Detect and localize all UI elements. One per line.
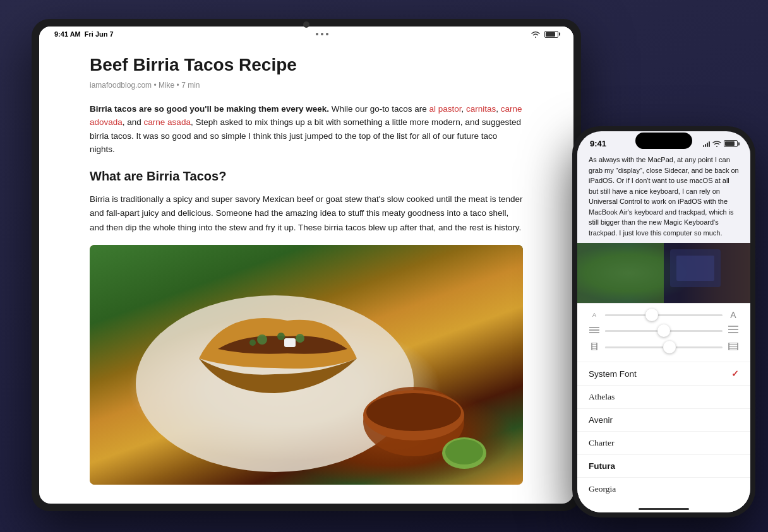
dot-3 <box>326 33 328 35</box>
phone-article-image <box>577 243 750 303</box>
article-lead-bold: Birria tacos are so good you'll be makin… <box>90 104 329 114</box>
page-width-thumb[interactable] <box>663 341 676 353</box>
line-spacing-small-icon <box>589 325 600 336</box>
article-title: Beef Birria Tacos Recipe <box>90 54 523 76</box>
svg-point-1 <box>257 334 267 345</box>
ipad-status-right <box>531 30 558 38</box>
font-name-futura: Futura <box>589 461 615 471</box>
font-name-athelas: Athelas <box>589 392 615 402</box>
svg-point-2 <box>277 333 285 340</box>
signal-icon <box>703 141 710 147</box>
page-width-small-icon <box>589 341 600 353</box>
svg-point-4 <box>249 340 256 346</box>
font-item-system[interactable]: System Font ✓ <box>577 362 750 386</box>
signal-bar-3 <box>707 143 708 147</box>
svg-rect-14 <box>676 256 714 281</box>
page-width-slider-row <box>589 341 739 353</box>
font-size-small-icon: A <box>589 312 600 318</box>
iphone-wifi-icon <box>712 141 721 147</box>
font-size-slider-track[interactable] <box>605 314 723 316</box>
iphone-time: 9:41 <box>590 139 606 148</box>
ipad-status-dots <box>316 33 328 35</box>
page-width-slider-track[interactable] <box>605 346 723 348</box>
article-meta: iamafoodblog.com • Mike • 7 min <box>90 81 523 90</box>
link-al-pastor[interactable]: al pastor <box>429 104 461 114</box>
signal-bar-1 <box>703 145 704 147</box>
signal-bar-2 <box>705 144 706 147</box>
signal-bar-4 <box>709 141 710 147</box>
font-item-georgia[interactable]: Georgia <box>577 478 750 500</box>
ipad-date: Fri Jun 7 <box>85 30 114 38</box>
font-item-futura[interactable]: Futura <box>577 455 750 478</box>
font-size-slider-thumb[interactable] <box>645 309 658 321</box>
svg-rect-5 <box>284 338 296 347</box>
svg-rect-11 <box>577 243 664 303</box>
iphone-battery-icon <box>724 140 738 147</box>
article-food-image <box>90 245 523 485</box>
reader-text: As always with the MacPad, at any point … <box>589 155 739 238</box>
page-width-large-icon <box>728 341 739 353</box>
iphone-status-icons <box>703 139 738 147</box>
slider-section: A A <box>577 304 750 362</box>
battery-icon <box>544 31 558 38</box>
font-selection-list[interactable]: System Font ✓ Athelas Avenir Charter <box>577 362 750 500</box>
ipad-time: 9:41 AM <box>54 30 81 38</box>
svg-point-8 <box>366 393 461 431</box>
ipad-article-content[interactable]: Beef Birria Tacos Recipe iamafoodblog.co… <box>39 42 573 504</box>
reader-text-block: As always with the MacPad, at any point … <box>577 148 750 243</box>
home-indicator <box>577 500 750 512</box>
font-checkmark-system: ✓ <box>731 369 739 379</box>
svg-point-10 <box>445 439 483 464</box>
font-item-charter[interactable]: Charter <box>577 432 750 455</box>
svg-point-3 <box>296 334 304 343</box>
iphone-device: 9:41 <box>572 126 755 517</box>
line-spacing-thumb[interactable] <box>657 324 670 337</box>
line-spacing-slider-row <box>589 325 739 336</box>
article-subtitle: What are Birria Tacos? <box>90 169 523 184</box>
font-name-georgia: Georgia <box>589 484 616 494</box>
scene: 9:41 AM Fri Jun 7 <box>0 0 768 532</box>
dot-2 <box>321 33 323 35</box>
font-name-system: System Font <box>589 369 637 379</box>
article-lead: Birria tacos are so good you'll be makin… <box>90 102 523 157</box>
link-carnitas[interactable]: carnitas <box>466 104 496 114</box>
iphone-screen: 9:41 <box>577 131 750 512</box>
ipad-device: 9:41 AM Fri Jun 7 <box>32 19 581 511</box>
font-size-large-icon: A <box>728 310 739 320</box>
wifi-icon <box>531 30 541 38</box>
dynamic-island <box>635 133 692 149</box>
line-spacing-slider-track[interactable] <box>605 330 723 332</box>
ipad-status-bar: 9:41 AM Fri Jun 7 <box>39 27 573 42</box>
ipad-screen: 9:41 AM Fri Jun 7 <box>39 27 573 504</box>
reading-controls-panel: A A <box>577 303 750 512</box>
font-size-slider-row: A A <box>589 310 739 320</box>
ipad-time-date: 9:41 AM Fri Jun 7 <box>54 30 114 38</box>
ipad-camera <box>303 21 309 28</box>
font-item-avenir[interactable]: Avenir <box>577 409 750 432</box>
line-spacing-large-icon <box>728 325 739 336</box>
article-body: Birria is traditionally a spicy and supe… <box>90 192 523 235</box>
home-bar <box>639 508 689 510</box>
taco-svg <box>90 245 523 485</box>
font-name-charter: Charter <box>589 438 614 448</box>
font-name-avenir: Avenir <box>589 415 613 425</box>
font-item-athelas[interactable]: Athelas <box>577 386 750 409</box>
link-carne-asada[interactable]: carne asada <box>144 117 191 127</box>
phone-image-svg <box>577 243 750 303</box>
iphone-content-area: As always with the MacPad, at any point … <box>577 148 750 512</box>
dot-1 <box>316 33 318 35</box>
